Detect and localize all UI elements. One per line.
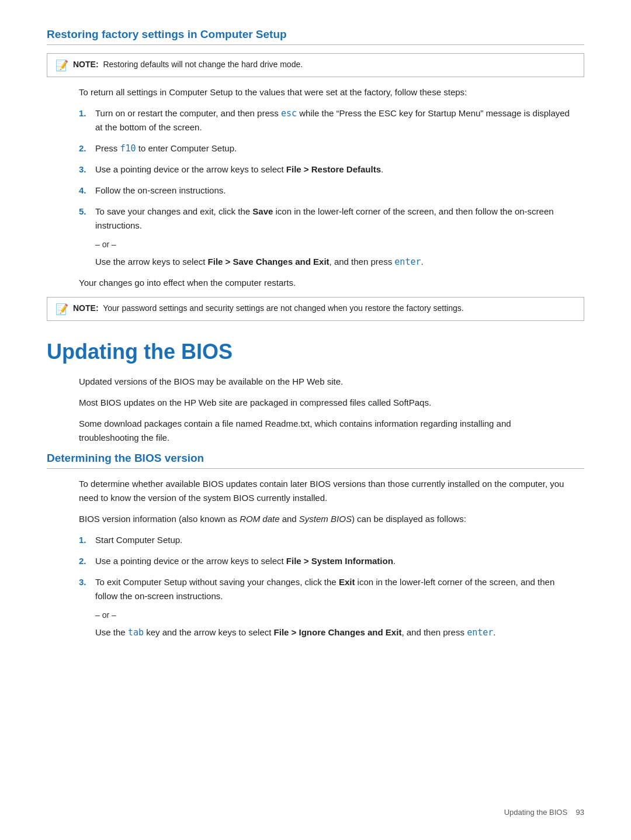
restoring-intro: To return all settings in Computer Setup… (79, 85, 573, 99)
enter-key: enter (394, 257, 421, 267)
note-bottom-text: NOTE: Your password settings and securit… (73, 302, 464, 314)
restoring-heading: Restoring factory settings in Computer S… (47, 28, 584, 45)
step-content: Use a pointing device or the arrow keys … (95, 554, 573, 568)
step-num: 1. (79, 533, 95, 547)
updating-bios-section: Updating the BIOS Updated versions of th… (47, 340, 584, 639)
note-bottom-content: Your password settings and security sett… (103, 303, 463, 313)
step-content: Use a pointing device or the arrow keys … (95, 163, 573, 177)
italic-text: ROM date (240, 514, 279, 524)
restoring-section: Restoring factory settings in Computer S… (47, 28, 584, 321)
step-num: 2. (79, 554, 95, 568)
bold-text: File > System Information (286, 556, 393, 566)
determining-intro2: BIOS version information (also known as … (79, 512, 573, 526)
note-top-content: Restoring defaults will not change the h… (103, 60, 303, 69)
restoring-content: To return all settings in Computer Setup… (47, 85, 584, 290)
step-num: 4. (79, 184, 95, 198)
alt-instruction-2: Use the tab key and the arrow keys to se… (95, 625, 573, 639)
footer-text: Updating the BIOS (504, 808, 567, 817)
step-num: 3. (79, 575, 95, 589)
note-top-label: NOTE: (73, 60, 99, 69)
note-bottom-box: 📝 NOTE: Your password settings and secur… (47, 297, 584, 321)
note-bottom-label: NOTE: (73, 303, 99, 313)
bold-text: File > Save Changes and Exit (208, 257, 330, 267)
step-content: To save your changes and exit, click the… (95, 205, 573, 233)
alt-instruction: Use the arrow keys to select File > Save… (95, 255, 573, 269)
note-top-text: NOTE: Restoring defaults will not change… (73, 58, 303, 71)
bios-para-1: Updated versions of the BIOS may be avai… (79, 375, 573, 389)
list-item: 2. Use a pointing device or the arrow ke… (79, 554, 573, 568)
bios-intro-block: Updated versions of the BIOS may be avai… (47, 375, 584, 445)
determining-intro: To determine whether available BIOS upda… (79, 477, 573, 505)
determining-steps: 1. Start Computer Setup. 2. Use a pointi… (79, 533, 573, 603)
bold-text: File > Ignore Changes and Exit (274, 627, 402, 637)
tab-key: tab (128, 627, 144, 638)
footer: Updating the BIOS 93 (504, 808, 584, 817)
bold-text: Exit (339, 577, 355, 587)
list-item: 1. Start Computer Setup. (79, 533, 573, 547)
step-num: 2. (79, 141, 95, 155)
list-item: 3. To exit Computer Setup without saving… (79, 575, 573, 603)
closing-text: Your changes go into effect when the com… (79, 276, 573, 290)
step-content: Turn on or restart the computer, and the… (95, 106, 573, 134)
updating-bios-heading: Updating the BIOS (47, 340, 584, 364)
f10-key: f10 (120, 143, 136, 154)
bold-text: File > Restore Defaults (286, 164, 381, 174)
italic-text2: System BIOS (299, 514, 352, 524)
bold-text: Save (252, 206, 273, 216)
step-content: Follow the on-screen instructions. (95, 184, 573, 198)
esc-key: esc (281, 108, 297, 119)
or-separator: – or – (95, 240, 573, 249)
determining-section: Determining the BIOS version To determin… (47, 452, 584, 639)
step-num: 5. (79, 205, 95, 219)
enter-key-2: enter (467, 627, 493, 638)
determining-content: To determine whether available BIOS upda… (47, 477, 584, 639)
note-icon-bottom: 📝 (56, 303, 68, 316)
or-separator-2: – or – (95, 610, 573, 620)
step-content: Press f10 to enter Computer Setup. (95, 141, 573, 155)
list-item: 2. Press f10 to enter Computer Setup. (79, 141, 573, 155)
step-content: To exit Computer Setup without saving yo… (95, 575, 573, 603)
bios-para-2: Most BIOS updates on the HP Web site are… (79, 396, 573, 410)
footer-page: 93 (576, 808, 584, 817)
step-num: 3. (79, 163, 95, 177)
note-icon: 📝 (56, 59, 68, 72)
bios-para-3: Some download packages contain a file na… (79, 417, 573, 445)
list-item: 3. Use a pointing device or the arrow ke… (79, 163, 573, 177)
list-item: 5. To save your changes and exit, click … (79, 205, 573, 233)
restoring-steps: 1. Turn on or restart the computer, and … (79, 106, 573, 233)
step-content: Start Computer Setup. (95, 533, 573, 547)
list-item: 4. Follow the on-screen instructions. (79, 184, 573, 198)
determining-heading: Determining the BIOS version (47, 452, 584, 469)
list-item: 1. Turn on or restart the computer, and … (79, 106, 573, 134)
step-num: 1. (79, 106, 95, 120)
note-top-box: 📝 NOTE: Restoring defaults will not chan… (47, 53, 584, 77)
